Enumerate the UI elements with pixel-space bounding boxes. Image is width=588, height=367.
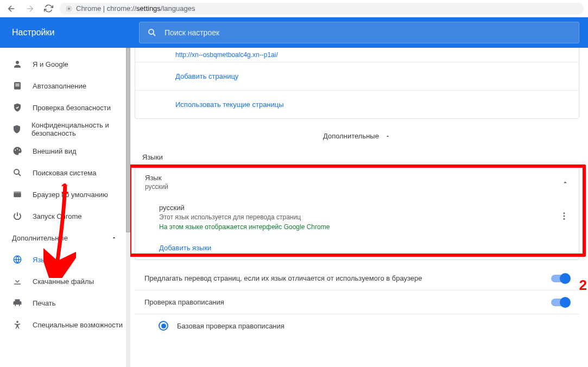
language-header-value: русский	[145, 183, 168, 191]
settings-search-bar	[130, 17, 588, 48]
annotation-number-2: 2	[579, 277, 587, 294]
sidebar-scrollbar[interactable]	[126, 48, 130, 367]
forward-button[interactable]	[23, 2, 37, 16]
translate-option-label: Предлагать перевод страниц, если их язык…	[144, 274, 422, 282]
sidebar-item-safety[interactable]: Проверка безопасности	[0, 97, 130, 118]
basic-spellcheck-row[interactable]: Базовая проверка правописания	[135, 314, 579, 337]
svg-rect-6	[15, 85, 20, 86]
svg-point-18	[564, 218, 565, 220]
chevron-up-icon	[561, 179, 569, 186]
spellcheck-option-row: Проверка правописания	[135, 290, 579, 314]
search-icon	[12, 167, 23, 178]
sidebar-item-default-browser[interactable]: Браузер по умолчанию	[0, 184, 130, 205]
main-panel: http://xn--osbqmetboalc4g.xn--p1ai/ Доба…	[130, 17, 588, 367]
svg-point-3	[16, 61, 19, 64]
advanced-toggle[interactable]: Дополнительные	[130, 132, 584, 140]
svg-point-2	[68, 7, 70, 9]
sidebar-item-label: Печать	[33, 299, 56, 307]
sidebar-item-me-google[interactable]: Я и Google	[0, 53, 130, 75]
language-item: русский Этот язык используется для перев…	[135, 198, 579, 236]
browser-icon	[12, 189, 23, 200]
sidebar-item-label: Специальные возможности	[33, 321, 123, 329]
basic-spellcheck-radio[interactable]	[159, 321, 168, 331]
chrome-icon	[65, 5, 73, 12]
sidebar-item-label: Скачанные файлы	[33, 277, 94, 286]
page-url-row: http://xn--osbqmetboalc4g.xn--p1ai/	[135, 48, 579, 62]
sidebar-item-appearance[interactable]: Внешний вид	[0, 140, 130, 162]
add-languages-link[interactable]: Добавить языки	[135, 236, 579, 260]
basic-spellcheck-label: Базовая проверка правописания	[177, 322, 284, 330]
sidebar-item-label: Я и Google	[33, 60, 68, 68]
shield-icon	[12, 124, 22, 135]
content-area: http://xn--osbqmetboalc4g.xn--p1ai/ Доба…	[130, 48, 588, 367]
sidebar-advanced-toggle[interactable]: Дополнительные	[0, 227, 130, 249]
reload-button[interactable]	[41, 2, 55, 16]
sidebar-item-label: Проверка безопасности	[33, 104, 111, 112]
sidebar-item-search[interactable]: Поисковая система	[0, 162, 130, 184]
svg-point-8	[17, 148, 18, 149]
print-icon	[12, 298, 23, 308]
spellcheck-option-label: Проверка правописания	[144, 298, 224, 306]
translate-toggle[interactable]	[551, 275, 570, 282]
globe-icon	[12, 254, 23, 265]
more-options-button[interactable]	[559, 211, 569, 223]
language-name: русский	[159, 204, 330, 212]
sidebar-item-accessibility[interactable]: Специальные возможности	[0, 314, 130, 336]
chevron-up-icon	[111, 235, 117, 241]
startup-pages-card: http://xn--osbqmetboalc4g.xn--p1ai/ Доба…	[135, 48, 579, 119]
sidebar-item-label: Браузер по умолчанию	[33, 191, 108, 199]
power-icon	[12, 211, 23, 222]
sidebar-item-label: Запуск Chrome	[33, 212, 82, 220]
sidebar-section-label: Дополнительные	[12, 234, 68, 242]
spellcheck-toggle[interactable]	[551, 299, 570, 306]
sidebar-list: Я и Google Автозаполнение Проверка безоп…	[0, 48, 130, 336]
url-text: Chrome | chrome://settings/languages	[76, 4, 195, 12]
svg-point-9	[19, 149, 20, 150]
sidebar-item-print[interactable]: Печать	[0, 292, 130, 314]
person-icon	[12, 59, 23, 69]
svg-rect-5	[15, 84, 20, 85]
language-ui-note: На этом языке отображается интерфейс Goo…	[159, 223, 330, 231]
use-current-pages-link[interactable]: Использовать текущие страницы	[135, 91, 579, 118]
language-description: Этот язык используется для перевода стра…	[159, 213, 330, 221]
browser-toolbar: Chrome | chrome://settings/languages	[0, 0, 588, 17]
shield-check-icon	[12, 102, 23, 113]
app-title: Настройки	[0, 17, 130, 48]
add-page-link[interactable]: Добавить страницу	[135, 62, 579, 91]
chevron-up-icon	[384, 133, 391, 140]
svg-point-16	[564, 212, 565, 214]
sidebar-item-label: Конфиденциальность и безопасность	[31, 121, 130, 137]
download-icon	[12, 276, 23, 287]
more-vert-icon	[559, 211, 569, 221]
search-icon	[147, 28, 157, 37]
palette-icon	[12, 145, 23, 156]
translate-option-row: Предлагать перевод страниц, если их язык…	[135, 267, 579, 290]
svg-rect-12	[14, 192, 21, 193]
back-button[interactable]	[4, 2, 18, 16]
sidebar: Настройки Я и Google Автозаполнение Пров…	[0, 17, 130, 367]
language-header-row[interactable]: Язык русский	[135, 166, 579, 198]
svg-point-17	[564, 216, 565, 217]
sidebar-item-downloads[interactable]: Скачанные файлы	[0, 270, 130, 292]
sidebar-item-autofill[interactable]: Автозаполнение	[0, 75, 130, 97]
search-input[interactable]	[165, 28, 571, 37]
sidebar-item-startup[interactable]: Запуск Chrome	[0, 205, 130, 227]
search-field[interactable]	[139, 22, 579, 43]
accessibility-icon	[12, 319, 23, 330]
svg-point-10	[14, 169, 19, 174]
languages-section-title: Языки	[142, 153, 584, 161]
svg-point-14	[16, 321, 18, 323]
sidebar-item-label: Языки	[33, 256, 53, 264]
sidebar-item-privacy[interactable]: Конфиденциальность и безопасность	[0, 118, 130, 140]
svg-point-7	[15, 149, 16, 150]
sidebar-item-languages[interactable]: Языки	[0, 249, 130, 270]
svg-point-15	[149, 29, 154, 34]
form-icon	[12, 80, 23, 91]
sidebar-item-label: Поисковая система	[33, 169, 97, 177]
address-bar[interactable]: Chrome | chrome://settings/languages	[60, 3, 584, 15]
sidebar-item-label: Внешний вид	[33, 147, 77, 155]
sidebar-item-label: Автозаполнение	[33, 82, 86, 90]
language-header-label: Язык	[145, 174, 168, 182]
language-card: Язык русский русский Этот язык используе…	[135, 166, 579, 260]
